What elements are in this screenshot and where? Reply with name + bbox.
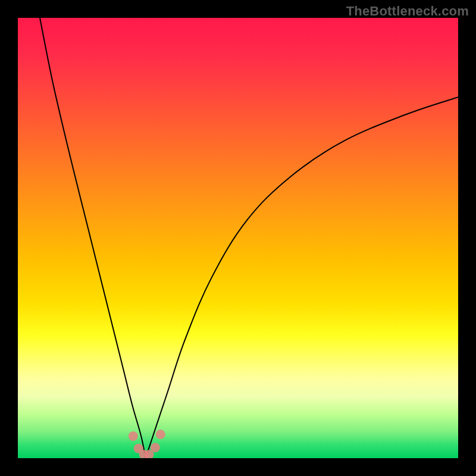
curve-layer bbox=[18, 18, 458, 458]
marker-dot bbox=[151, 443, 160, 452]
bottleneck-curve-right bbox=[146, 97, 458, 458]
watermark-text: TheBottleneck.com bbox=[346, 4, 469, 19]
marker-dot bbox=[129, 431, 138, 441]
chart-frame: TheBottleneck.com bbox=[0, 0, 476, 476]
plot-area bbox=[18, 18, 458, 458]
marker-dot bbox=[156, 430, 165, 439]
highlighted-points bbox=[129, 430, 165, 458]
bottleneck-curve-left bbox=[40, 18, 146, 458]
